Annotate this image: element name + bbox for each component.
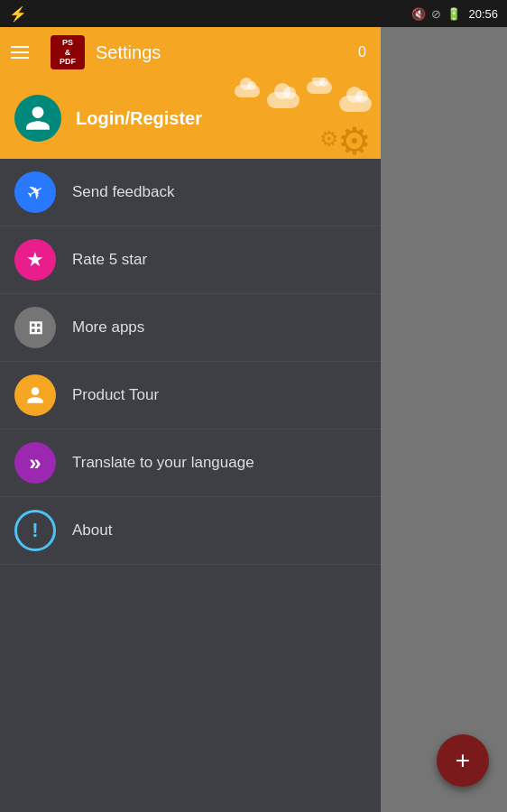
login-avatar bbox=[14, 95, 61, 142]
menu-item-send-feedback[interactable]: ✈ Send feedback bbox=[0, 159, 381, 226]
rate-5-star-label: Rate 5 star bbox=[72, 251, 147, 269]
product-tour-icon bbox=[14, 374, 56, 416]
gear-decoration: ⚙ bbox=[337, 119, 372, 159]
cloud-2 bbox=[267, 92, 300, 112]
no-sound-icon: 🔇 bbox=[411, 7, 426, 21]
app-bar: PS&PDF Settings 0 bbox=[0, 27, 381, 78]
menu-item-rate-5-star[interactable]: ★ Rate 5 star bbox=[0, 226, 381, 294]
main-content: ⚡ 🔇 ⊘ 🔋 20:56 PS&PDF Settings 0 bbox=[0, 0, 381, 812]
app-logo: PS&PDF bbox=[51, 35, 85, 69]
status-bar-right: 🔇 ⊘ 🔋 20:56 bbox=[411, 7, 498, 21]
fab-button[interactable]: + bbox=[437, 734, 489, 787]
send-feedback-label: Send feedback bbox=[72, 183, 174, 201]
more-apps-icon-symbol: ⊞ bbox=[28, 317, 43, 338]
battery-icon: 🔋 bbox=[447, 7, 461, 21]
menu-item-product-tour[interactable]: Product Tour bbox=[0, 362, 381, 429]
status-bar-left: ⚡ bbox=[9, 5, 27, 23]
rate-5-star-icon-symbol: ★ bbox=[26, 248, 44, 272]
user-icon bbox=[23, 104, 52, 133]
hamburger-line-1 bbox=[11, 46, 29, 48]
send-feedback-icon: ✈ bbox=[14, 171, 56, 213]
product-tour-label: Product Tour bbox=[72, 386, 159, 404]
login-register-text: Login/Register bbox=[76, 108, 202, 129]
status-time: 20:56 bbox=[468, 7, 498, 21]
cloud-decorations bbox=[235, 85, 372, 112]
status-bar: ⚡ 🔇 ⊘ 🔋 20:56 bbox=[0, 0, 507, 27]
hamburger-menu[interactable] bbox=[11, 46, 29, 59]
rate-5-star-icon: ★ bbox=[14, 239, 56, 281]
login-banner[interactable]: ⚙ ⚙ Login/Register bbox=[0, 78, 381, 159]
fab-plus-icon: + bbox=[456, 746, 470, 775]
translate-icon-symbol: » bbox=[29, 450, 41, 475]
about-icon: ! bbox=[14, 510, 56, 551]
cloud-4 bbox=[339, 96, 372, 112]
logo-text: PS&PDF bbox=[60, 38, 76, 67]
menu-item-more-apps[interactable]: ⊞ More apps bbox=[0, 294, 381, 362]
app-bar-title: Settings bbox=[96, 42, 358, 63]
about-icon-symbol: ! bbox=[32, 519, 38, 542]
right-panel bbox=[381, 0, 507, 812]
menu-list: ✈ Send feedback ★ Rate 5 star ⊞ More app… bbox=[0, 159, 381, 565]
gear-decoration-2: ⚙ bbox=[319, 126, 339, 152]
app-bar-badge: 0 bbox=[358, 44, 366, 60]
menu-item-about[interactable]: ! About bbox=[0, 497, 381, 565]
do-not-disturb-icon: ⊘ bbox=[431, 7, 441, 21]
usb-icon: ⚡ bbox=[9, 5, 27, 23]
cloud-3 bbox=[307, 81, 332, 112]
about-label: About bbox=[72, 521, 112, 540]
hamburger-line-2 bbox=[11, 51, 29, 53]
send-feedback-icon-symbol: ✈ bbox=[23, 178, 49, 207]
menu-item-translate[interactable]: » Translate to your language bbox=[0, 429, 381, 497]
cloud-1 bbox=[235, 85, 260, 112]
translate-label: Translate to your language bbox=[72, 454, 254, 472]
person-icon bbox=[23, 383, 47, 407]
hamburger-line-3 bbox=[11, 57, 29, 59]
more-apps-label: More apps bbox=[72, 318, 144, 337]
translate-icon: » bbox=[14, 442, 56, 484]
more-apps-icon: ⊞ bbox=[14, 307, 56, 348]
